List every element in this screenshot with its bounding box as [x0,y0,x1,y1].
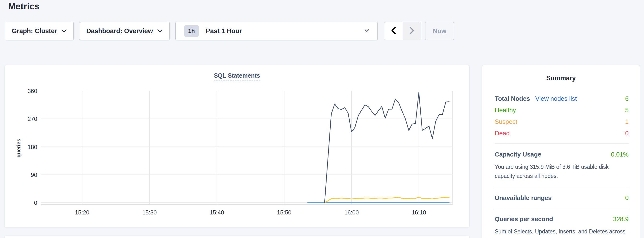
queries-per-second-label: Queries per second [495,215,553,223]
healthy-nodes-row: Healthy 5 [495,106,629,114]
capacity-usage-value: 0.01% [611,151,629,158]
divider [495,208,629,208]
time-window-label: Past 1 Hour [206,27,364,35]
summary-title: Summary [482,74,640,82]
svg-text:15:30: 15:30 [142,209,157,216]
chevron-down-icon [157,29,162,33]
view-nodes-list-link[interactable]: View nodes list [535,95,577,102]
total-nodes-row: Total Nodes View nodes list 6 [495,95,629,102]
chevron-left-icon [390,27,396,36]
chevron-down-icon [62,29,67,33]
now-button[interactable]: Now [425,22,454,40]
divider [495,143,629,144]
dead-nodes-row: Dead 0 [495,130,629,137]
suspect-label: Suspect [495,118,517,126]
chevron-right-icon [409,27,415,36]
svg-text:270: 270 [28,116,37,122]
time-range-selector[interactable]: 1h Past 1 Hour [176,22,378,40]
svg-text:queries: queries [16,139,22,158]
svg-text:180: 180 [28,144,37,150]
capacity-usage-description: You are using 315.9 MiB of 3.6 TiB usabl… [495,162,629,181]
graph-scope-label: Graph: Cluster [12,27,57,35]
queries-per-second-description: Sum of Selects, Updates, Inserts, and De… [495,227,629,238]
unavailable-ranges-value: 0 [625,194,629,202]
svg-text:16:00: 16:00 [344,209,359,216]
svg-text:90: 90 [31,172,37,178]
queries-per-second-value: 328.9 [613,215,629,223]
time-step-buttons [384,22,421,40]
suspect-value: 1 [625,118,629,126]
svg-text:0: 0 [34,199,37,206]
svg-text:15:40: 15:40 [210,209,224,216]
healthy-label: Healthy [495,106,516,114]
unavailable-ranges-label: Unavailable ranges [495,194,552,202]
dead-label: Dead [495,130,510,137]
healthy-value: 5 [625,106,629,114]
sql-statements-card: SQL Statements 09018027036015:2015:3015:… [4,65,469,227]
summary-panel: Summary Total Nodes View nodes list 6 He… [482,65,640,238]
unavailable-ranges-row: Unavailable ranges 0 [495,194,629,202]
graph-scope-dropdown[interactable]: Graph: Cluster [5,22,74,40]
now-button-label: Now [433,27,446,35]
metrics-page: { "page": { "title": "Metrics" }, "toolb… [0,0,644,238]
total-nodes-value: 6 [625,95,629,102]
time-window-badge: 1h [184,25,199,37]
svg-text:15:50: 15:50 [277,209,291,216]
svg-text:15:20: 15:20 [75,209,89,216]
previous-interval-button[interactable] [384,22,402,40]
dead-value: 0 [625,130,629,137]
capacity-usage-row: Capacity Usage 0.01% [495,151,629,158]
page-title: Metrics [8,2,40,12]
dashboard-label: Dashboard: Overview [86,27,153,35]
svg-text:360: 360 [28,88,37,94]
dashboard-dropdown[interactable]: Dashboard: Overview [79,22,170,40]
svg-text:16:10: 16:10 [412,209,426,216]
next-chart-card-partial [4,236,469,238]
capacity-usage-label: Capacity Usage [495,151,541,158]
queries-per-second-row: Queries per second 328.9 [495,215,629,223]
divider [495,187,629,187]
next-interval-button[interactable] [402,22,421,40]
chevron-down-icon [364,29,369,33]
total-nodes-label: Total Nodes [495,95,530,102]
suspect-nodes-row: Suspect 1 [495,118,629,126]
